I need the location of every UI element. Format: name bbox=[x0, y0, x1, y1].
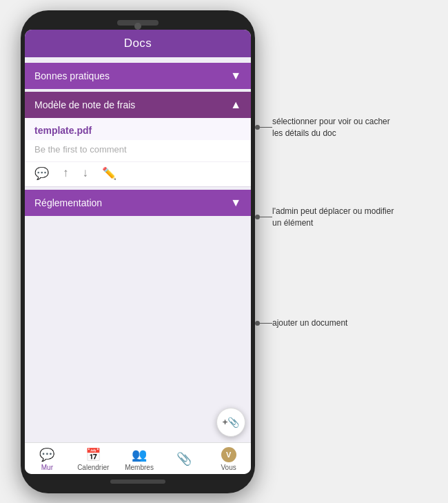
home-bar bbox=[110, 480, 165, 484]
annotation-dot-1 bbox=[255, 125, 260, 130]
move-up-icon[interactable]: ↑ bbox=[63, 166, 69, 180]
annotation-hline-3 bbox=[260, 323, 272, 324]
annotations-panel: sélectionner pour voir ou cacher les dét… bbox=[255, 0, 427, 503]
section-modele-label: Modèle de note de frais bbox=[34, 99, 135, 110]
nav-calendrier[interactable]: 📅 Calendrier bbox=[77, 447, 109, 471]
app-header: Docs bbox=[25, 30, 251, 57]
section-modele-note-frais[interactable]: Modèle de note de frais ▲ bbox=[25, 92, 251, 118]
annotation-text-3: ajouter un document bbox=[272, 317, 347, 329]
annotation-text-1: sélectionner pour voir ou cacher les dét… bbox=[272, 116, 396, 139]
fab-plus-icon: + bbox=[223, 417, 228, 427]
nav-calendrier-label: Calendrier bbox=[77, 464, 109, 471]
annotation-toggle-details: sélectionner pour voir ou cacher les dét… bbox=[255, 116, 396, 139]
add-document-fab[interactable]: + 📎 bbox=[216, 408, 245, 437]
nav-vous-label: Vous bbox=[221, 464, 236, 471]
annotation-hline-2 bbox=[260, 217, 272, 217]
phone-shell: Docs Bonnes pratiques ▼ Modèle de note d… bbox=[21, 10, 255, 493]
doc-filename[interactable]: template.pdf bbox=[25, 118, 251, 140]
comment-icon[interactable]: 💬 bbox=[34, 166, 49, 181]
doc-actions-bar: 💬 ↑ ↓ ✏️ bbox=[25, 161, 251, 186]
chevron-down-icon: ▼ bbox=[230, 70, 241, 82]
nav-membres[interactable]: 👥 Membres bbox=[125, 447, 154, 471]
annotation-dot-2 bbox=[255, 215, 260, 219]
bottom-nav: 💬 Mur 📅 Calendrier 👥 Membres 📎 V Vous bbox=[25, 442, 251, 474]
edit-icon[interactable]: ✏️ bbox=[102, 166, 116, 181]
annotation-admin-move: l'admin peut déplacer ou modifier un élé… bbox=[255, 206, 396, 229]
fab-clip-icon: 📎 bbox=[227, 417, 239, 428]
avatar: V bbox=[221, 447, 236, 462]
annotation-dot-3 bbox=[255, 321, 260, 326]
nav-vous[interactable]: V Vous bbox=[214, 447, 243, 471]
clip-icon: 📎 bbox=[176, 451, 192, 466]
annotation-text-2: l'admin peut déplacer ou modifier un élé… bbox=[272, 206, 396, 229]
section-reglementation-label: Réglementation bbox=[34, 197, 102, 208]
camera bbox=[134, 23, 141, 30]
chevron-down-icon-2: ▼ bbox=[230, 197, 241, 209]
section-reglementation[interactable]: Réglementation ▼ bbox=[25, 190, 251, 216]
doc-comment[interactable]: Be the first to comment bbox=[25, 140, 251, 161]
nav-mur-label: Mur bbox=[41, 464, 53, 471]
section-bonnes-pratiques[interactable]: Bonnes pratiques ▼ bbox=[25, 63, 251, 89]
content-area[interactable]: Bonnes pratiques ▼ Modèle de note de fra… bbox=[25, 57, 251, 442]
chevron-up-icon: ▲ bbox=[230, 99, 241, 111]
empty-space bbox=[25, 219, 251, 288]
calendrier-icon: 📅 bbox=[85, 447, 101, 462]
app-title: Docs bbox=[124, 37, 152, 50]
annotation-add-doc: ajouter un document bbox=[255, 317, 347, 329]
mur-icon: 💬 bbox=[39, 447, 54, 462]
doc-item: template.pdf Be the first to comment 💬 ↑… bbox=[25, 118, 251, 187]
section-bonnes-pratiques-label: Bonnes pratiques bbox=[34, 70, 110, 81]
screen: Docs Bonnes pratiques ▼ Modèle de note d… bbox=[25, 30, 251, 474]
nav-membres-label: Membres bbox=[125, 464, 154, 471]
move-down-icon[interactable]: ↓ bbox=[83, 166, 89, 180]
nav-clip[interactable]: 📎 bbox=[170, 451, 198, 466]
membres-icon: 👥 bbox=[132, 447, 147, 462]
annotation-hline-1 bbox=[260, 127, 272, 128]
nav-mur[interactable]: 💬 Mur bbox=[32, 447, 61, 471]
